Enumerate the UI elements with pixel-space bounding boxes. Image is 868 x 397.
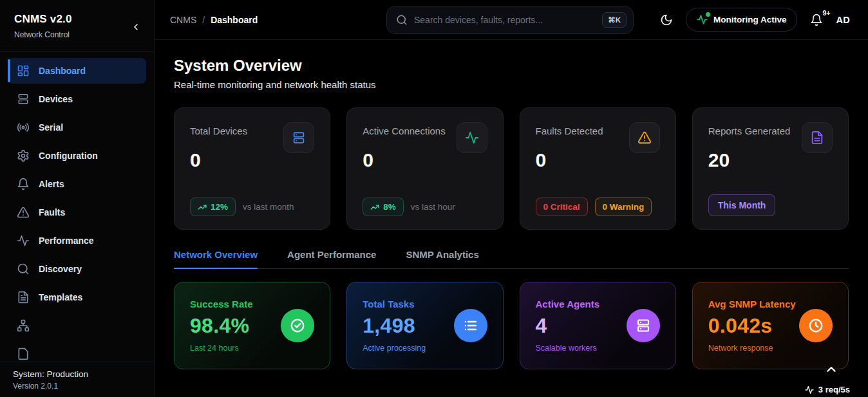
sidebar: CNMS v2.0 Network Control Dashboard Devi… — [0, 0, 155, 397]
stat-label: Total Devices — [190, 122, 247, 136]
global-search[interactable]: ⌘K — [386, 6, 634, 34]
app-logo: CNMS v2.0 Network Control — [0, 0, 154, 51]
sidebar-item-dashboard[interactable]: Dashboard — [8, 58, 146, 84]
dashboard-tabs: Network Overview Agent Performance SNMP … — [174, 249, 849, 269]
metric-subtitle: Network response — [708, 344, 796, 353]
sidebar-item-devices[interactable]: Devices — [8, 86, 146, 112]
stat-label: Active Connections — [363, 122, 445, 136]
bell-icon — [810, 14, 823, 26]
app-tagline: Network Control — [14, 30, 141, 39]
clock-icon — [799, 309, 833, 342]
page-subtitle: Real-time monitoring and network health … — [174, 79, 849, 90]
server-icon — [17, 93, 30, 106]
tab-network-overview[interactable]: Network Overview — [174, 249, 258, 268]
metric-value: 4 — [536, 314, 599, 338]
stat-value: 0 — [190, 149, 314, 171]
trending-up-icon — [370, 203, 379, 212]
sidebar-item-label: Templates — [39, 292, 82, 302]
sidebar-item-topology[interactable] — [8, 313, 146, 338]
critical-badge: 0 Critical — [536, 198, 588, 216]
stat-card-reports-generated: Reports Generated 20 This Month — [692, 107, 849, 230]
stat-card-faults-detected: Faults Detected 0 0 Critical 0 Warning — [520, 107, 676, 230]
scroll-to-top-button[interactable] — [824, 362, 838, 376]
sidebar-collapse-button[interactable] — [128, 19, 144, 35]
notifications-button[interactable]: 9+ — [810, 14, 823, 26]
sidebar-item-configuration[interactable]: Configuration — [8, 143, 146, 169]
status-dot — [706, 12, 710, 17]
main-column: CNMS / Dashboard ⌘K Monitoring A — [155, 0, 868, 397]
stat-label: Faults Detected — [536, 122, 603, 136]
file-icon — [17, 291, 30, 304]
chevron-left-icon — [131, 22, 141, 32]
dashboard-content: System Overview Real-time monitoring and… — [155, 40, 868, 397]
sidebar-item-partial[interactable] — [8, 341, 146, 362]
metric-value: 98.4% — [190, 314, 253, 338]
tab-snmp-analytics[interactable]: SNMP Analytics — [406, 249, 478, 268]
alert-triangle-icon — [629, 122, 660, 153]
search-input[interactable] — [414, 15, 596, 25]
stat-note: vs last month — [243, 202, 294, 212]
metric-subtitle: Scalable workers — [536, 344, 599, 353]
sidebar-item-performance[interactable]: Performance — [8, 228, 146, 254]
metric-title: Active Agents — [536, 299, 599, 309]
activity-icon — [697, 14, 708, 25]
radio-icon — [17, 121, 30, 134]
breadcrumb: CNMS / Dashboard — [170, 15, 386, 25]
trend-value: 8% — [383, 202, 396, 212]
metric-title: Success Rate — [190, 299, 253, 309]
stat-value: 0 — [536, 149, 660, 171]
app-version: Version 2.0.1 — [13, 382, 141, 391]
metric-value: 0.042s — [708, 314, 796, 338]
activity-icon — [457, 122, 487, 153]
sidebar-item-discovery[interactable]: Discovery — [8, 256, 146, 282]
page-title: System Overview — [174, 57, 849, 75]
sidebar-item-label: Serial — [39, 122, 63, 133]
sidebar-item-faults[interactable]: Faults — [8, 199, 146, 225]
sidebar-item-label: Dashboard — [39, 66, 86, 76]
sidebar-footer: System: Production Version 2.0.1 — [0, 362, 154, 397]
breadcrumb-root[interactable]: CNMS — [170, 15, 196, 25]
sidebar-item-label: Discovery — [39, 264, 82, 274]
stat-card-total-devices: Total Devices 0 12% vs last month — [174, 107, 330, 230]
sidebar-item-label: Performance — [39, 235, 94, 246]
network-icon — [17, 319, 30, 332]
activity-icon — [17, 234, 30, 247]
sidebar-item-label: Alerts — [39, 179, 64, 189]
sidebar-item-label: Configuration — [39, 151, 98, 161]
sidebar-nav: Dashboard Devices Serial Configuration A… — [0, 51, 154, 362]
metric-card-total-tasks: Total Tasks 1,498 Active processing — [346, 282, 503, 369]
moon-icon — [660, 14, 673, 26]
breadcrumb-current: Dashboard — [211, 15, 258, 25]
gear-icon — [17, 149, 30, 162]
metric-title: Total Tasks — [363, 299, 426, 309]
stat-cards: Total Devices 0 12% vs last month — [174, 107, 849, 230]
tab-agent-performance[interactable]: Agent Performance — [287, 249, 376, 268]
file-icon — [17, 347, 30, 360]
stat-label: Reports Generated — [708, 122, 791, 136]
avatar[interactable]: AD — [836, 15, 850, 25]
keyboard-shortcut-badge: ⌘K — [602, 12, 627, 28]
metric-card-active-agents: Active Agents 4 Scalable workers — [520, 282, 676, 369]
app-name: CNMS v2.0 — [14, 13, 141, 26]
metric-value: 1,498 — [363, 314, 426, 338]
sidebar-item-serial[interactable]: Serial — [8, 115, 146, 140]
monitoring-status-pill[interactable]: Monitoring Active — [686, 8, 798, 32]
topbar: CNMS / Dashboard ⌘K Monitoring A — [155, 0, 868, 40]
alert-triangle-icon — [17, 206, 30, 219]
stat-value: 0 — [363, 149, 487, 171]
server-icon — [283, 122, 314, 153]
request-rate-text: 3 req/5s — [818, 385, 850, 394]
search-icon — [17, 263, 30, 275]
theme-toggle-button[interactable] — [660, 14, 673, 26]
list-icon — [454, 309, 487, 342]
sidebar-item-alerts[interactable]: Alerts — [8, 171, 146, 197]
monitoring-status-label: Monitoring Active — [713, 15, 787, 24]
metric-card-avg-snmp-latency: Avg SNMP Latency 0.042s Network response — [692, 282, 849, 369]
bell-icon — [17, 178, 30, 190]
metric-title: Avg SNMP Latency — [708, 299, 796, 309]
period-badge: This Month — [708, 194, 776, 216]
metric-card-success-rate: Success Rate 98.4% Last 24 hours — [174, 282, 330, 369]
warning-badge: 0 Warning — [595, 198, 652, 216]
grid-icon — [17, 64, 30, 77]
sidebar-item-templates[interactable]: Templates — [8, 284, 146, 310]
